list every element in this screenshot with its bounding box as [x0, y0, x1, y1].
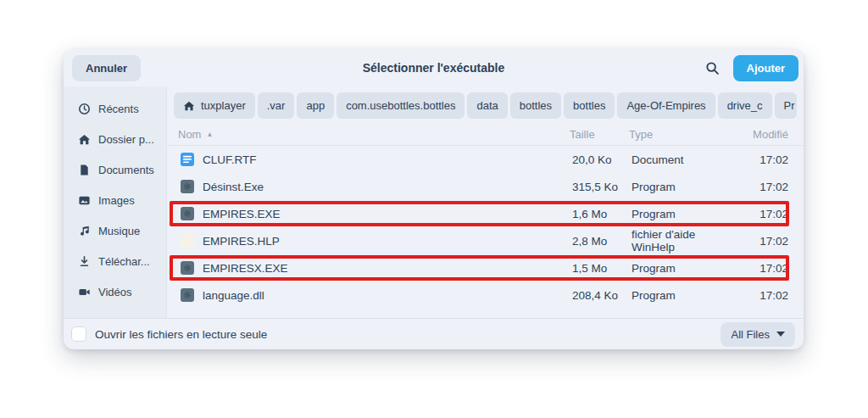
table-row[interactable]: Désinst.Exe 315,5 Ko Program 17:02 [167, 173, 804, 200]
home-icon [78, 133, 91, 146]
file-size: 2,8 Mo [572, 235, 632, 248]
clock-icon [78, 103, 91, 115]
table-row[interactable]: language.dll 208,4 Ko Program 17:02 [167, 281, 804, 309]
places-sidebar: Récents Dossier p... Documents Images Mu… [64, 86, 167, 318]
file-modified: 17:02 [739, 153, 788, 166]
music-icon [78, 225, 91, 237]
file-size: 208,4 Ko [572, 289, 632, 302]
exe-file-icon [181, 207, 194, 220]
cancel-button[interactable]: Annuler [72, 55, 141, 81]
file-size: 1,5 Mo [572, 262, 632, 275]
rtf-file-icon [181, 153, 194, 166]
breadcrumb-item[interactable]: com.usebottles.bottles [337, 92, 465, 119]
search-icon [705, 61, 720, 75]
sidebar-item-label: Dossier p... [98, 133, 154, 146]
column-header-size[interactable]: Taille [570, 128, 629, 141]
download-icon [78, 255, 91, 268]
file-name: EMPIRES.HLP [203, 235, 280, 248]
breadcrumb: tuxplayer .var app com.usebottles.bottle… [167, 86, 804, 123]
sidebar-item-documents[interactable]: Documents [64, 154, 166, 185]
sidebar-item-label: Vidéos [98, 286, 132, 298]
document-icon [78, 164, 91, 176]
breadcrumb-home[interactable]: tuxplayer [174, 92, 255, 119]
file-modified: 17:02 [739, 262, 788, 275]
readonly-checkbox[interactable] [71, 326, 86, 342]
video-icon [78, 286, 91, 298]
sidebar-item-label: Musique [98, 225, 140, 237]
file-name: EMPIRES.EXE [203, 208, 281, 220]
column-header-modified[interactable]: Modifié [739, 128, 788, 141]
breadcrumb-item[interactable]: data [467, 92, 507, 119]
sidebar-item-label: Documents [98, 164, 154, 176]
breadcrumb-item[interactable]: Age-Of-Empires [617, 92, 715, 119]
table-header: Nom ▲ Taille Type Modifié [167, 123, 804, 146]
home-icon [183, 100, 195, 112]
chevron-down-icon [776, 332, 785, 337]
breadcrumb-item[interactable]: app [297, 92, 334, 119]
table-row-highlighted[interactable]: EMPIRESX.EXE 1,5 Mo Program 17:02 [167, 254, 804, 281]
sidebar-item-label: Récents [98, 103, 139, 115]
column-header-name[interactable]: Nom ▲ [178, 128, 570, 141]
file-type: Program [632, 262, 739, 275]
add-button[interactable]: Ajouter [733, 55, 799, 81]
file-type: Program [632, 289, 739, 302]
dialog-footer: Ouvrir les fichiers en lecture seule All… [64, 318, 804, 349]
file-size: 20,0 Ko [572, 153, 632, 166]
sidebar-item-music[interactable]: Musique [64, 215, 166, 246]
file-list: CLUF.RTF 20,0 Ko Document 17:02 Désinst.… [167, 146, 804, 318]
file-modified: 17:02 [739, 208, 788, 220]
file-size: 1,6 Mo [572, 208, 632, 220]
column-header-type[interactable]: Type [629, 128, 739, 141]
sidebar-item-label: Téléchar... [98, 255, 150, 268]
file-modified: 17:02 [739, 289, 788, 302]
dialog-header: Annuler Sélectionner l'exécutable Ajoute… [64, 49, 804, 86]
file-type: Program [632, 208, 739, 220]
dll-file-icon [181, 288, 194, 302]
file-name: Désinst.Exe [203, 181, 264, 193]
file-filter-dropdown[interactable]: All Files [721, 322, 795, 347]
file-type: Program [632, 181, 739, 193]
sort-ascending-icon: ▲ [206, 131, 213, 138]
hlp-file-icon [181, 234, 194, 248]
file-modified: 17:02 [739, 235, 788, 248]
table-row[interactable]: EMPIRES.HLP 2,8 Mo fichier d'aide WinHel… [167, 227, 804, 254]
sidebar-item-recents[interactable]: Récents [64, 93, 166, 124]
exe-file-icon [181, 261, 194, 275]
file-modified: 17:02 [739, 181, 788, 193]
image-icon [78, 194, 91, 207]
file-name: language.dll [203, 289, 264, 302]
search-button[interactable] [702, 58, 723, 79]
exe-file-icon [181, 180, 194, 193]
breadcrumb-item[interactable]: drive_c [718, 92, 772, 119]
table-row-highlighted[interactable]: EMPIRES.EXE 1,6 Mo Program 17:02 [167, 200, 804, 227]
sidebar-item-images[interactable]: Images [64, 185, 166, 215]
file-size: 315,5 Ko [572, 181, 632, 193]
sidebar-item-label: Images [98, 194, 135, 207]
sidebar-item-videos[interactable]: Vidéos [64, 276, 166, 307]
file-type: fichier d'aide WinHelp [632, 228, 739, 254]
breadcrumb-item-truncated[interactable]: Pr [775, 92, 797, 119]
breadcrumb-item[interactable]: bottles [510, 92, 561, 119]
table-row[interactable]: CLUF.RTF 20,0 Ko Document 17:02 [167, 146, 804, 173]
readonly-label: Ouvrir les fichiers en lecture seule [95, 328, 267, 341]
file-name: CLUF.RTF [203, 153, 257, 166]
file-name: EMPIRESX.EXE [203, 262, 288, 275]
breadcrumb-item[interactable]: .var [258, 92, 295, 119]
breadcrumb-item[interactable]: bottles [564, 92, 615, 119]
sidebar-item-downloads[interactable]: Téléchar... [64, 246, 166, 276]
sidebar-item-home[interactable]: Dossier p... [64, 124, 166, 154]
file-type: Document [632, 153, 739, 166]
page-title: Sélectionner l'exécutable [64, 61, 804, 75]
file-chooser-dialog: Annuler Sélectionner l'exécutable Ajoute… [64, 49, 804, 349]
